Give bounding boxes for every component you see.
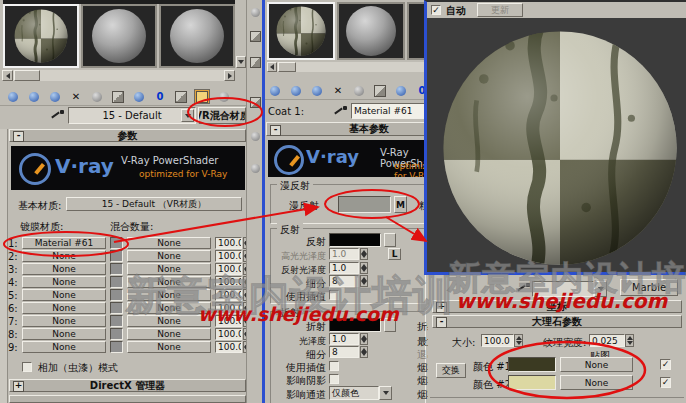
slots-scroll-down-button[interactable] xyxy=(236,56,246,68)
color2-map-button[interactable]: None xyxy=(560,375,633,390)
blend-color-swatch[interactable] xyxy=(110,263,123,275)
material-slot-selected[interactable] xyxy=(3,4,79,68)
refract-subdivs-field[interactable]: 8 xyxy=(329,346,359,358)
blend-map-button[interactable]: None xyxy=(127,341,211,353)
diffuse-color-swatch[interactable] xyxy=(338,196,391,213)
update-button[interactable]: 更新 xyxy=(477,3,523,17)
rollout-params[interactable]: - 参数 xyxy=(9,129,246,142)
spinner-down-icon[interactable] xyxy=(361,339,367,343)
vein-width-spinner[interactable] xyxy=(625,334,634,347)
material-slot[interactable] xyxy=(337,2,405,60)
rollout-basic-params[interactable]: - 基本参数 xyxy=(266,122,428,136)
blend-color-swatch[interactable] xyxy=(110,237,123,249)
color1-map-button[interactable]: None xyxy=(560,357,633,372)
blend-map-button[interactable]: None xyxy=(127,263,211,275)
coat-material-button[interactable]: None xyxy=(22,328,106,340)
blend-color-swatch[interactable] xyxy=(110,302,123,314)
copy-material-icon[interactable] xyxy=(89,89,105,104)
blend-amount-field[interactable]: 100.0 xyxy=(215,237,242,249)
coat-material-button[interactable]: None xyxy=(22,263,106,275)
size-field[interactable]: 100.0 xyxy=(481,334,514,347)
reset-material-icon[interactable]: ✕ xyxy=(330,83,346,98)
blend-color-swatch[interactable] xyxy=(110,250,123,262)
collapse-icon[interactable]: - xyxy=(13,131,24,142)
slots-hscrollbar[interactable] xyxy=(2,70,235,81)
affect-channels-dropdown[interactable]: 仅颜色 xyxy=(329,386,379,400)
blend-amount-field[interactable]: 100.0 xyxy=(215,315,242,327)
hilight-gloss-field[interactable]: 1.0 xyxy=(329,248,359,260)
spinner-down-icon[interactable] xyxy=(361,268,367,272)
coat-material-button[interactable]: None xyxy=(22,341,106,353)
coat-material-button[interactable]: None xyxy=(22,315,106,327)
base-material-button[interactable]: 15 - Default （VR材质） xyxy=(66,197,242,211)
blend-amount-field[interactable]: 100.0 xyxy=(215,276,242,288)
show-map-in-viewport-icon[interactable] xyxy=(194,89,210,104)
swap-colors-button[interactable]: 交换 xyxy=(436,363,466,378)
coat-material-button[interactable]: None xyxy=(22,302,106,314)
material-slot[interactable] xyxy=(159,4,235,68)
panel-scroll-strip[interactable] xyxy=(0,129,8,403)
map-name-dropdown[interactable] xyxy=(532,281,594,297)
size-spinner[interactable] xyxy=(514,334,523,347)
dropdown-arrow-button[interactable] xyxy=(181,109,194,122)
reflect-color-swatch[interactable] xyxy=(329,233,381,247)
color2-map-checkbox[interactable]: ✓ xyxy=(660,377,671,388)
vein-width-field[interactable]: 0.025 xyxy=(589,334,625,347)
show-background-icon[interactable] xyxy=(173,89,189,104)
blend-color-swatch[interactable] xyxy=(110,328,123,340)
spinner-down-icon[interactable] xyxy=(627,341,633,345)
assign-material-icon[interactable] xyxy=(309,83,325,98)
refract-gloss-spinner[interactable] xyxy=(360,333,368,345)
reset-material-icon[interactable]: ✕ xyxy=(68,89,84,104)
color2-swatch[interactable] xyxy=(508,375,556,390)
reflect-map-button[interactable] xyxy=(384,233,396,247)
spinner-down-icon[interactable] xyxy=(516,341,522,345)
put-material-icon[interactable] xyxy=(288,83,304,98)
auto-update-checkbox[interactable]: ✓ xyxy=(431,5,441,15)
blend-amount-field[interactable]: 100.0 xyxy=(215,302,242,314)
backlight-icon[interactable] xyxy=(249,30,262,43)
spinner-down-icon[interactable] xyxy=(361,254,367,258)
material-name-field[interactable]: Material #61 xyxy=(351,103,428,119)
coat-material-button[interactable]: Material #61 xyxy=(22,237,106,249)
rollout-coordinates[interactable]: + 坐标 xyxy=(432,300,682,313)
subdivs-field[interactable]: 8 xyxy=(329,275,359,287)
make-unique-icon[interactable] xyxy=(372,83,388,98)
map-type-button[interactable]: Marble xyxy=(620,279,678,296)
blend-map-button[interactable]: None xyxy=(127,289,211,301)
expand-icon[interactable]: + xyxy=(13,381,24,392)
blend-color-swatch[interactable] xyxy=(110,341,123,353)
put-to-library-icon[interactable] xyxy=(131,89,147,104)
copy-material-icon[interactable] xyxy=(351,83,367,98)
blend-map-button[interactable]: None xyxy=(127,237,211,249)
assign-material-icon[interactable] xyxy=(47,89,63,104)
material-name-dropdown[interactable]: 15 - Default xyxy=(68,107,196,124)
spinner-down-icon[interactable] xyxy=(361,352,367,356)
video-color-check-icon[interactable] xyxy=(249,130,262,143)
blend-map-button[interactable]: None xyxy=(127,315,211,327)
coat-material-button[interactable]: None xyxy=(22,250,106,262)
slots-hscrollbar[interactable] xyxy=(267,62,428,72)
background-icon[interactable] xyxy=(249,56,262,69)
go-to-parent-icon[interactable] xyxy=(216,89,232,104)
coat-material-button[interactable]: None xyxy=(22,276,106,288)
blend-map-button[interactable]: None xyxy=(127,328,211,340)
pick-material-eyedropper-icon[interactable] xyxy=(333,105,347,118)
material-slot[interactable] xyxy=(81,4,157,68)
blend-map-button[interactable]: None xyxy=(127,276,211,288)
material-type-button[interactable]: VR混合材质 xyxy=(198,107,246,124)
put-to-library-icon[interactable] xyxy=(393,83,409,98)
make-unique-icon[interactable] xyxy=(110,89,126,104)
additive-mode-checkbox[interactable] xyxy=(22,362,32,372)
scroll-right-button[interactable] xyxy=(224,70,235,81)
rollout-partial-bottom[interactable] xyxy=(9,395,246,403)
material-slot-selected[interactable] xyxy=(267,2,335,60)
get-material-icon[interactable] xyxy=(267,83,283,98)
collapse-icon[interactable]: - xyxy=(270,125,281,136)
blend-color-swatch[interactable] xyxy=(110,289,123,301)
interp-checkbox[interactable] xyxy=(329,290,339,300)
hilight-gloss-spinner[interactable] xyxy=(360,248,368,260)
affect-channels-arrow-button[interactable] xyxy=(379,386,392,400)
sample-type-icon[interactable] xyxy=(249,6,262,19)
pick-material-eyedropper-icon[interactable] xyxy=(50,109,64,122)
